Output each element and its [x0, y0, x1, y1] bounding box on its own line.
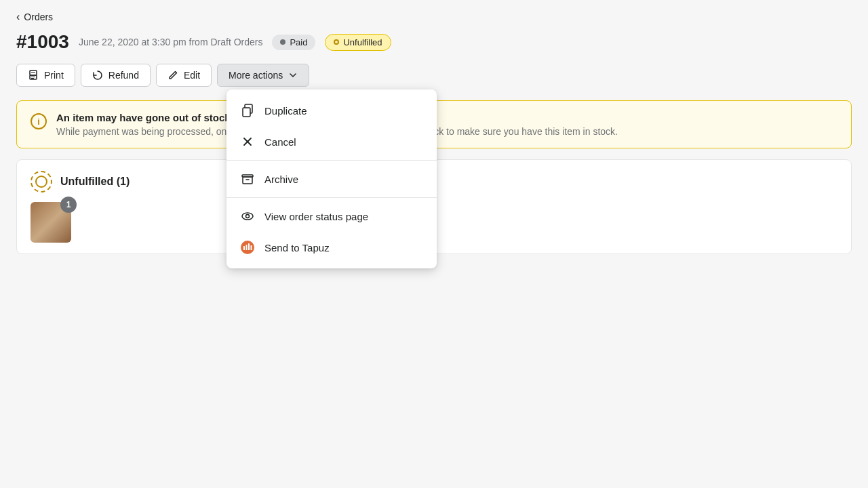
view-order-status-menu-item[interactable]: View order status page: [226, 201, 437, 232]
svg-rect-15: [251, 245, 252, 250]
archive-menu-item[interactable]: Archive: [226, 163, 437, 195]
refund-label: Refund: [108, 70, 139, 81]
svg-point-9: [242, 213, 253, 220]
send-tapuz-label: Send to Tapuz: [264, 242, 330, 253]
order-number: #1003: [16, 31, 69, 53]
tapuz-icon: [240, 240, 255, 255]
order-meta: June 22, 2020 at 3:30 pm from Draft Orde…: [79, 37, 263, 47]
cancel-label: Cancel: [264, 136, 296, 148]
unfulfilled-status-icon: [31, 171, 52, 192]
svg-rect-3: [31, 78, 34, 79]
print-button[interactable]: Print: [16, 64, 75, 87]
eye-icon: [240, 209, 255, 224]
paid-label: Paid: [290, 37, 307, 47]
header-row: #1003 June 22, 2020 at 3:30 pm from Draf…: [16, 31, 852, 53]
divider-2: [226, 197, 437, 198]
print-label: Print: [44, 70, 64, 81]
print-icon: [28, 70, 39, 81]
cancel-icon: [240, 134, 255, 149]
duplicate-icon: [240, 103, 255, 118]
more-actions-dropdown: Duplicate Cancel: [226, 89, 437, 268]
back-label: Orders: [24, 12, 53, 22]
svg-rect-6: [243, 108, 250, 117]
svg-point-10: [246, 215, 250, 218]
svg-rect-4: [31, 72, 35, 73]
back-chevron-icon: ‹: [16, 11, 20, 23]
quantity-badge: 1: [60, 197, 77, 213]
edit-button[interactable]: Edit: [156, 64, 212, 87]
duplicate-menu-item[interactable]: Duplicate: [226, 95, 437, 126]
chevron-down-icon: [288, 70, 298, 80]
product-thumbnail-wrapper: 1: [31, 202, 71, 243]
unfulfilled-label: Unfulfilled: [343, 37, 382, 47]
refund-icon: [92, 70, 103, 81]
svg-point-11: [241, 241, 254, 254]
svg-rect-0: [30, 70, 37, 75]
svg-rect-14: [248, 243, 250, 250]
paid-badge: Paid: [272, 35, 315, 50]
paid-dot-icon: [280, 39, 285, 45]
unfulfilled-title: Unfulfilled (1): [60, 176, 130, 188]
view-order-status-label: View order status page: [264, 211, 368, 222]
edit-label: Edit: [184, 70, 200, 81]
unfulfilled-inner-circle: [35, 176, 47, 188]
more-actions-label: More actions: [229, 70, 283, 81]
archive-label: Archive: [264, 174, 298, 185]
refund-button[interactable]: Refund: [81, 64, 151, 87]
cancel-menu-item[interactable]: Cancel: [226, 126, 437, 157]
unfulfilled-badge: Unfulfilled: [325, 34, 391, 51]
back-link[interactable]: ‹ Orders: [16, 11, 53, 23]
action-bar: Print Refund Edit More actions: [16, 64, 852, 87]
alert-info-icon: i: [31, 113, 47, 129]
more-actions-button[interactable]: More actions: [217, 64, 309, 87]
duplicate-label: Duplicate: [264, 105, 307, 117]
unfulfilled-dot-icon: [334, 39, 339, 45]
svg-rect-12: [243, 246, 245, 250]
edit-icon: [167, 70, 178, 81]
divider-1: [226, 160, 437, 161]
svg-rect-13: [246, 245, 248, 250]
archive-icon: [240, 171, 255, 186]
send-tapuz-menu-item[interactable]: Send to Tapuz: [226, 232, 437, 263]
svg-rect-8: [243, 177, 252, 184]
svg-rect-2: [31, 77, 35, 77]
